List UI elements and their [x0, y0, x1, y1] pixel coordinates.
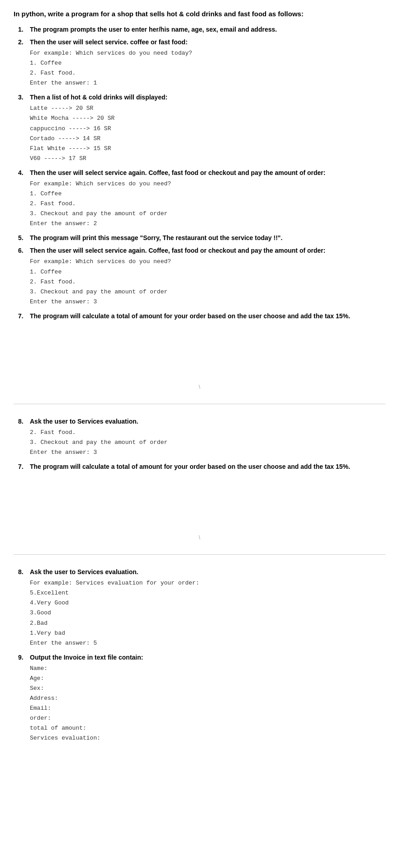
list-item: Ask the user to Services evaluation. 2. … [14, 418, 385, 458]
code-line: Enter the answer: 5 [30, 638, 385, 648]
code-line: 4.Very Good [30, 598, 385, 608]
code-line: For example: Which services do you need … [30, 48, 385, 58]
code-line: Enter the answer: 1 [30, 78, 385, 88]
code-line: 3.Good [30, 608, 385, 618]
item-label: The program will calculate a total of am… [30, 312, 350, 320]
list-item: The program will print this message "Sor… [14, 234, 385, 241]
code-line: Sex: [30, 684, 385, 693]
divider-1 [14, 404, 385, 404]
code-line: For example: Services evaluation for you… [30, 578, 385, 588]
code-line: Age: [30, 674, 385, 684]
item-label: Then a list of hot & cold drinks will di… [30, 94, 167, 101]
item-label: Then the user will select service again.… [30, 247, 325, 254]
code-line: total of amount: [30, 723, 385, 733]
page-wrapper: In python, write a program for a shop th… [14, 9, 385, 744]
code-line: 2. Fast food. [30, 428, 385, 438]
list-item: Then the user will select service again.… [14, 169, 385, 229]
code-line: 1. Coffee [30, 58, 385, 68]
list-item: The program prompts the user to enter he… [14, 26, 385, 33]
code-line: V60 -----> 17 SR [30, 154, 385, 164]
code-line: Enter the answer: 3 [30, 448, 385, 458]
code-block: Latte -----> 20 SR White Mocha -----> 20… [30, 104, 385, 164]
code-line: 5.Excellent [30, 588, 385, 598]
main-title: In python, write a program for a shop th… [14, 9, 385, 19]
code-block: For example: Which services do you need?… [30, 179, 385, 229]
page-marker-1: \ [14, 384, 385, 390]
list-item: Then a list of hot & cold drinks will di… [14, 94, 385, 164]
item-label: Ask the user to Services evaluation. [30, 568, 138, 576]
code-line: 3. Checkout and pay the amount of order [30, 438, 385, 448]
code-block: For example: Which services do you need … [30, 48, 385, 88]
main-list: The program prompts the user to enter he… [14, 26, 385, 320]
code-line: 1. Coffee [30, 267, 385, 277]
code-block: For example: Services evaluation for you… [30, 578, 385, 648]
code-line: Flat White -----> 15 SR [30, 144, 385, 154]
code-line: 2. Fast food. [30, 199, 385, 209]
section3-list: Ask the user to Services evaluation. For… [14, 568, 385, 743]
item-label: Output the Invoice in text file contain: [30, 654, 143, 661]
item-label: The program will calculate a total of am… [30, 463, 350, 470]
list-item: Output the Invoice in text file contain:… [14, 654, 385, 744]
code-block: Name: Age: Sex: Address: Email: order: t… [30, 664, 385, 744]
item-label: Then the user will select service. coffe… [30, 38, 188, 46]
spacer-2 [14, 476, 385, 530]
code-line: cappuccino -----> 16 SR [30, 124, 385, 134]
code-line: Address: [30, 693, 385, 703]
code-line: order: [30, 713, 385, 723]
code-line: For example: Which services do you need? [30, 257, 385, 267]
page-marker-2: \ [14, 534, 385, 541]
list-item: Ask the user to Services evaluation. For… [14, 568, 385, 648]
code-line: 2. Fast food. [30, 277, 385, 287]
divider-2 [14, 554, 385, 555]
code-block: For example: Which services do you need?… [30, 257, 385, 307]
code-line: 2. Fast food. [30, 68, 385, 78]
list-item: Then the user will select service again.… [14, 247, 385, 307]
list-item: Then the user will select service. coffe… [14, 38, 385, 88]
code-line: 3. Checkout and pay the amount of order [30, 209, 385, 219]
code-line: 1.Very bad [30, 628, 385, 638]
code-line: 2.Bad [30, 618, 385, 628]
spacer-1 [14, 325, 385, 379]
item-label: Ask the user to Services evaluation. [30, 418, 138, 425]
code-line: Enter the answer: 3 [30, 297, 385, 307]
section-3: Ask the user to Services evaluation. For… [14, 568, 385, 743]
code-line: For example: Which services do you need? [30, 179, 385, 189]
list-item: The program will calculate a total of am… [14, 463, 385, 470]
section2-list: Ask the user to Services evaluation. 2. … [14, 418, 385, 458]
code-line: Name: [30, 664, 385, 674]
code-line: White Mocha -----> 20 SR [30, 113, 385, 123]
code-line: Cortado -----> 14 SR [30, 134, 385, 144]
code-line: Latte -----> 20 SR [30, 104, 385, 113]
code-line: Email: [30, 703, 385, 713]
code-line: 1. Coffee [30, 189, 385, 199]
section-2: Ask the user to Services evaluation. 2. … [14, 418, 385, 541]
item-label: The program will print this message "Sor… [30, 234, 282, 241]
list-item: The program will calculate a total of am… [14, 312, 385, 320]
code-line: Enter the answer: 2 [30, 219, 385, 229]
code-line: Services evaluation: [30, 733, 385, 743]
code-line: 3. Checkout and pay the amount of order [30, 287, 385, 297]
item-label: The program prompts the user to enter he… [30, 26, 277, 33]
item-label: Then the user will select service again.… [30, 169, 325, 176]
section2-list-b: The program will calculate a total of am… [14, 463, 385, 470]
code-block: 2. Fast food. 3. Checkout and pay the am… [30, 428, 385, 458]
